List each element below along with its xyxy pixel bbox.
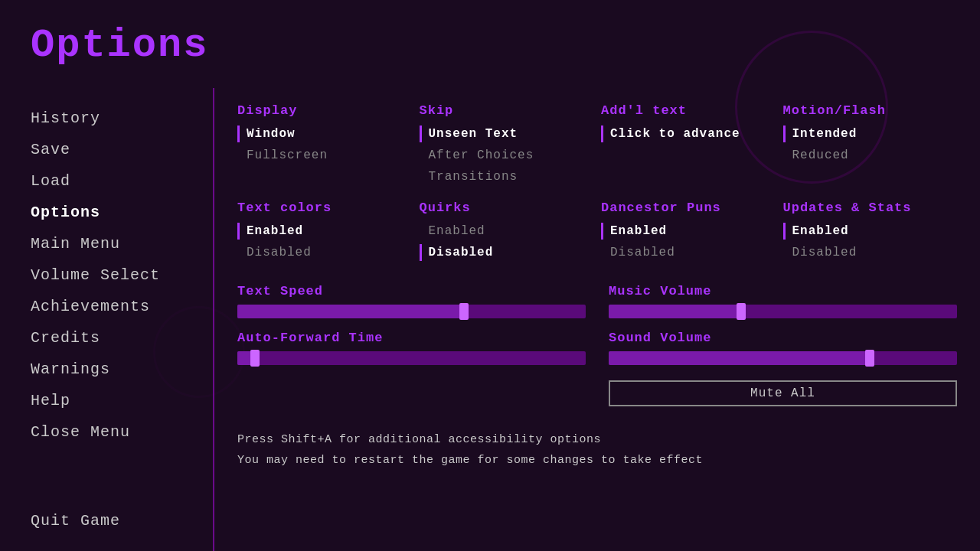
- option-group-label-text-colors: Text colors: [237, 201, 412, 215]
- option-group-motion-flash: Motion/FlashIntendedReduced: [783, 103, 958, 185]
- slider-group-music-volume: Music Volume: [609, 284, 957, 318]
- sidebar-item-achievements[interactable]: Achievements: [31, 292, 213, 321]
- option-group-text-colors: Text colorsEnabledDisabled: [237, 201, 412, 261]
- option-group-display: DisplayWindowFullscreen: [237, 103, 412, 185]
- slider-thumb-sound-volume[interactable]: [865, 350, 874, 367]
- slider-group-sound-volume: Sound Volume: [609, 331, 957, 365]
- sidebar-item-history[interactable]: History: [31, 103, 213, 133]
- option-choice-dancestor-puns-enabled[interactable]: Enabled: [601, 223, 776, 240]
- options-grid: DisplayWindowFullscreenSkipUnseen TextAf…: [237, 103, 957, 261]
- footer-line-2: You may need to restart the game for som…: [237, 450, 957, 471]
- footer-line-1: Press Shift+A for additional accessibili…: [237, 429, 957, 450]
- slider-track-auto-forward[interactable]: [237, 351, 586, 365]
- option-group-label-addl-text: Add'l text: [601, 103, 776, 118]
- sidebar-item-options[interactable]: Options: [31, 197, 213, 227]
- sidebar-item-credits[interactable]: Credits: [31, 323, 213, 353]
- slider-fill-music-volume: [609, 305, 741, 318]
- slider-thumb-text-speed[interactable]: [459, 303, 469, 320]
- sidebar-item-warnings[interactable]: Warnings: [31, 354, 213, 384]
- option-group-skip: SkipUnseen TextAfter ChoicesTransitions: [420, 103, 594, 185]
- slider-thumb-music-volume[interactable]: [737, 303, 746, 320]
- option-choice-skip-unseen-text[interactable]: Unseen Text: [420, 126, 594, 142]
- footer-notes: Press Shift+A for additional accessibili…: [237, 429, 957, 471]
- sliders-section: Text SpeedAuto-Forward TimeMusic VolumeS…: [237, 284, 957, 406]
- sidebar-quit-section: Quit Game: [31, 491, 213, 536]
- option-choice-skip-transitions[interactable]: Transitions: [420, 168, 594, 185]
- sidebar-nav: HistorySaveLoadOptionsMain MenuVolume Se…: [31, 103, 213, 491]
- page-title: Options: [31, 23, 208, 68]
- slider-fill-sound-volume: [609, 351, 870, 365]
- option-choice-text-colors-enabled[interactable]: Enabled: [237, 223, 412, 240]
- sidebar-item-load[interactable]: Load: [31, 166, 213, 196]
- option-choice-motion-flash-intended[interactable]: Intended: [783, 126, 958, 142]
- option-choice-quirks-enabled[interactable]: Enabled: [420, 223, 594, 240]
- option-choice-skip-after-choices[interactable]: After Choices: [420, 147, 594, 164]
- option-choice-motion-flash-reduced[interactable]: Reduced: [783, 147, 958, 164]
- sliders-right-col: Music VolumeSound VolumeMute All: [609, 284, 957, 406]
- option-group-label-quirks: Quirks: [420, 201, 594, 215]
- slider-label-auto-forward: Auto-Forward Time: [237, 331, 586, 345]
- main-layout: HistorySaveLoadOptionsMain MenuVolume Se…: [0, 88, 980, 551]
- option-choice-updates-stats-disabled[interactable]: Disabled: [783, 244, 958, 261]
- option-choice-display-fullscreen[interactable]: Fullscreen: [237, 147, 412, 164]
- slider-group-auto-forward: Auto-Forward Time: [237, 331, 586, 365]
- option-choice-quirks-disabled[interactable]: Disabled: [420, 244, 594, 261]
- options-content: DisplayWindowFullscreenSkipUnseen TextAf…: [214, 88, 980, 551]
- option-choice-updates-stats-enabled[interactable]: Enabled: [783, 223, 958, 240]
- sliders-left-col: Text SpeedAuto-Forward Time: [237, 284, 586, 406]
- mute-all-button[interactable]: Mute All: [609, 380, 957, 406]
- option-group-quirks: QuirksEnabledDisabled: [420, 201, 594, 261]
- slider-fill-text-speed: [237, 305, 464, 318]
- option-group-dancestor-puns: Dancestor PunsEnabledDisabled: [601, 201, 776, 261]
- option-group-addl-text: Add'l textClick to advance: [601, 103, 776, 185]
- slider-label-sound-volume: Sound Volume: [609, 331, 957, 345]
- slider-group-text-speed: Text Speed: [237, 284, 586, 318]
- sidebar-item-volume-select[interactable]: Volume Select: [31, 260, 213, 290]
- option-choice-text-colors-disabled[interactable]: Disabled: [237, 244, 412, 261]
- slider-label-music-volume: Music Volume: [609, 284, 957, 298]
- option-group-label-motion-flash: Motion/Flash: [783, 103, 958, 118]
- option-choice-addl-text-click-to-advance[interactable]: Click to advance: [601, 126, 776, 142]
- option-group-label-updates-stats: Updates & Stats: [783, 201, 958, 215]
- option-group-label-dancestor-puns: Dancestor Puns: [601, 201, 776, 215]
- sidebar: HistorySaveLoadOptionsMain MenuVolume Se…: [0, 88, 214, 551]
- slider-track-text-speed[interactable]: [237, 305, 586, 318]
- sidebar-item-quit[interactable]: Quit Game: [31, 506, 213, 536]
- sidebar-item-close-menu[interactable]: Close Menu: [31, 417, 213, 447]
- sidebar-item-save[interactable]: Save: [31, 135, 213, 165]
- slider-track-music-volume[interactable]: [609, 305, 957, 318]
- option-choice-display-window[interactable]: Window: [237, 126, 412, 142]
- option-group-label-skip: Skip: [420, 103, 594, 118]
- option-group-updates-stats: Updates & StatsEnabledDisabled: [783, 201, 958, 261]
- option-choice-dancestor-puns-disabled[interactable]: Disabled: [601, 244, 776, 261]
- option-group-label-display: Display: [237, 103, 412, 118]
- slider-label-text-speed: Text Speed: [237, 284, 586, 298]
- sidebar-item-help[interactable]: Help: [31, 386, 213, 416]
- sidebar-item-main-menu[interactable]: Main Menu: [31, 229, 213, 259]
- slider-track-sound-volume[interactable]: [609, 351, 957, 365]
- slider-thumb-auto-forward[interactable]: [250, 350, 260, 367]
